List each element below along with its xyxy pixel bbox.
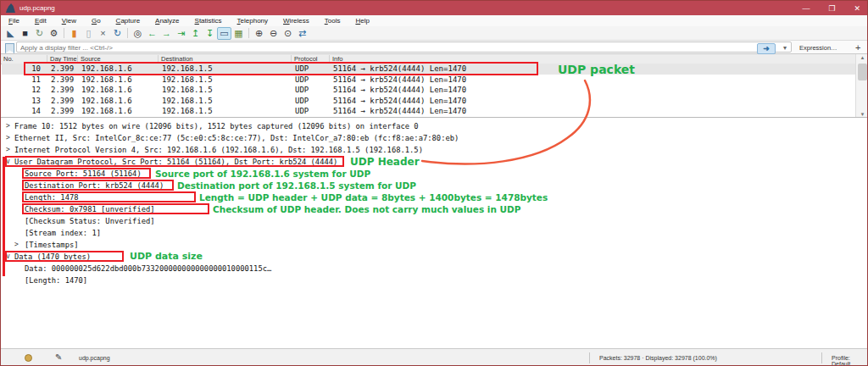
resize-columns-icon[interactable]: ⇄ bbox=[295, 27, 309, 40]
detail-checksum-status[interactable]: [Checksum Status: Unverified] bbox=[1, 215, 857, 227]
filter-dropdown-caret-icon[interactable]: ▾ bbox=[783, 44, 787, 52]
detail-text: Source Port: 51164 (51164) bbox=[25, 168, 142, 180]
bookmark-icon[interactable] bbox=[5, 43, 14, 53]
packet-row-11[interactable]: 11 2.399 192.168.1.6 192.168.1.5 UDP 511… bbox=[2, 75, 855, 86]
menu-view[interactable]: View bbox=[54, 17, 84, 25]
column-divider[interactable] bbox=[158, 55, 159, 63]
menu-help[interactable]: Help bbox=[348, 17, 376, 25]
toolbar-separator bbox=[64, 28, 64, 38]
menu-bar: File Edit View Go Capture Analyze Statis… bbox=[1, 15, 867, 26]
detail-text: [Timestamps] bbox=[25, 239, 79, 251]
menu-statistics[interactable]: Statistics bbox=[187, 17, 230, 25]
minimize-button[interactable]: — bbox=[802, 4, 810, 13]
expression-button[interactable]: Expression… bbox=[799, 44, 837, 52]
column-no[interactable]: No. bbox=[3, 55, 14, 63]
status-profile[interactable]: Profile: Default bbox=[832, 355, 867, 366]
scroll-up-icon[interactable]: ▲ bbox=[856, 55, 868, 60]
stop-capture-icon[interactable]: ■ bbox=[18, 27, 32, 40]
expander-icon[interactable]: > bbox=[14, 239, 19, 251]
detail-source-port[interactable]: Source Port: 51164 (51164) Source port o… bbox=[1, 168, 857, 180]
display-filter-input[interactable] bbox=[19, 42, 768, 53]
menu-capture[interactable]: Capture bbox=[108, 17, 147, 25]
column-divider[interactable] bbox=[291, 55, 292, 63]
column-day-time[interactable]: Day Time bbox=[50, 55, 77, 63]
column-divider[interactable] bbox=[77, 55, 78, 63]
column-info[interactable]: Info bbox=[332, 55, 343, 63]
close-file-icon[interactable]: × bbox=[96, 27, 110, 40]
menu-file[interactable]: File bbox=[1, 17, 27, 25]
go-first-packet-icon[interactable]: ↥ bbox=[188, 27, 203, 40]
status-packet-counts: Packets: 32978 · Displayed: 32978 (100.0… bbox=[599, 355, 717, 361]
column-source[interactable]: Source bbox=[81, 55, 101, 63]
zoom-100-icon[interactable]: ⊙ bbox=[281, 27, 295, 40]
scroll-thumb[interactable] bbox=[858, 64, 867, 80]
detail-udp[interactable]: v User Datagram Protocol, Src Port: 5116… bbox=[1, 156, 857, 168]
capture-options-icon[interactable]: ⚙ bbox=[47, 27, 61, 40]
colorize-icon[interactable]: ▦ bbox=[231, 27, 246, 40]
column-destination[interactable]: Destination bbox=[161, 55, 193, 63]
packet-row-14[interactable]: 14 2.399 192.168.1.6 192.168.1.5 UDP 511… bbox=[2, 106, 855, 117]
cell-no: 10 bbox=[3, 64, 41, 75]
maximize-button[interactable]: ❐ bbox=[828, 4, 835, 13]
menu-wireless[interactable]: Wireless bbox=[275, 17, 317, 25]
detail-ethernet[interactable]: > Ethernet II, Src: IntelCor_8c:ce:77 (5… bbox=[1, 132, 857, 144]
detail-data[interactable]: v Data (1470 bytes) UDP data size bbox=[1, 251, 857, 263]
title-bar: udp.pcapng — ❐ ✕ bbox=[1, 1, 867, 15]
toolbar-separator bbox=[127, 28, 128, 38]
cell-src: 192.168.1.6 bbox=[81, 85, 132, 96]
find-packet-icon[interactable]: ◎ bbox=[131, 27, 145, 40]
go-back-icon[interactable]: ← bbox=[145, 27, 159, 40]
column-divider[interactable] bbox=[47, 55, 47, 63]
packet-row-10[interactable]: 10 2.399 192.168.1.6 192.168.1.5 UDP 511… bbox=[2, 64, 855, 75]
detail-checksum[interactable]: Checksum: 0x7981 [unverified] Checksum o… bbox=[1, 203, 857, 215]
detail-text: [Length: 1470] bbox=[25, 274, 87, 286]
column-protocol[interactable]: Protocol bbox=[294, 55, 318, 63]
menu-telephony[interactable]: Telephony bbox=[230, 17, 275, 25]
cell-proto: UDP bbox=[295, 85, 309, 96]
detail-frame[interactable]: > Frame 10: 1512 bytes on wire (12096 bi… bbox=[1, 120, 857, 132]
detail-destination-port[interactable]: Destination Port: krb524 (4444) Destinat… bbox=[1, 180, 857, 191]
detail-ip[interactable]: > Internet Protocol Version 4, Src: 192.… bbox=[1, 144, 857, 156]
save-file-icon[interactable]: ▯ bbox=[81, 27, 96, 40]
cell-src: 192.168.1.6 bbox=[81, 75, 132, 86]
annotation-checksum: Checksum of UDP header. Does not carry m… bbox=[213, 203, 520, 215]
auto-scroll-icon[interactable]: ▭ bbox=[217, 27, 231, 40]
packet-row-12[interactable]: 12 2.399 192.168.1.6 192.168.1.5 UDP 511… bbox=[2, 85, 855, 96]
go-last-packet-icon[interactable]: ↧ bbox=[203, 27, 217, 40]
menu-tools[interactable]: Tools bbox=[317, 17, 348, 25]
cell-proto: UDP bbox=[295, 75, 309, 86]
detail-data-hex[interactable]: Data: 000000025d622dbd000b73320000000000… bbox=[1, 263, 857, 274]
expert-info-icon[interactable] bbox=[25, 354, 32, 362]
cell-proto: UDP bbox=[295, 106, 309, 117]
cell-time: 2.399 bbox=[51, 85, 74, 96]
apply-filter-button[interactable]: ➜ bbox=[757, 43, 776, 54]
packet-row-13[interactable]: 13 2.399 192.168.1.6 192.168.1.5 UDP 511… bbox=[2, 96, 855, 107]
expander-icon[interactable]: v bbox=[6, 156, 10, 168]
column-divider[interactable] bbox=[329, 55, 330, 63]
add-filter-button[interactable]: + bbox=[855, 42, 860, 53]
detail-stream-index[interactable]: [Stream index: 1] bbox=[1, 227, 857, 239]
cell-src: 192.168.1.6 bbox=[81, 64, 132, 75]
expander-icon[interactable]: > bbox=[6, 132, 10, 144]
go-forward-icon[interactable]: → bbox=[159, 27, 174, 40]
capture-comment-icon[interactable]: ✎ bbox=[55, 352, 62, 362]
open-file-icon[interactable]: ▮ bbox=[67, 27, 81, 40]
zoom-in-icon[interactable]: ⊕ bbox=[252, 27, 266, 40]
detail-length[interactable]: Length: 1478 Length = UDP header + UDP d… bbox=[1, 191, 857, 203]
packet-list-scrollbar[interactable]: ▲ ▼ bbox=[855, 54, 868, 118]
expander-icon[interactable]: v bbox=[6, 251, 10, 263]
start-capture-icon[interactable]: ◣ bbox=[3, 27, 18, 40]
expander-icon[interactable]: > bbox=[6, 120, 10, 132]
detail-timestamps[interactable]: > [Timestamps] bbox=[1, 239, 857, 251]
zoom-out-icon[interactable]: ⊖ bbox=[266, 27, 281, 40]
cell-src: 192.168.1.6 bbox=[81, 96, 132, 107]
menu-edit[interactable]: Edit bbox=[27, 17, 54, 25]
close-button[interactable]: ✕ bbox=[854, 4, 860, 13]
expander-icon[interactable]: > bbox=[6, 144, 10, 156]
menu-analyze[interactable]: Analyze bbox=[147, 17, 186, 25]
reload-icon[interactable]: ↻ bbox=[110, 27, 125, 40]
detail-data-length[interactable]: [Length: 1470] bbox=[1, 274, 857, 286]
restart-capture-icon[interactable]: ↻ bbox=[32, 27, 47, 40]
menu-go[interactable]: Go bbox=[84, 17, 108, 25]
go-to-packet-icon[interactable]: ⇥ bbox=[174, 27, 188, 40]
